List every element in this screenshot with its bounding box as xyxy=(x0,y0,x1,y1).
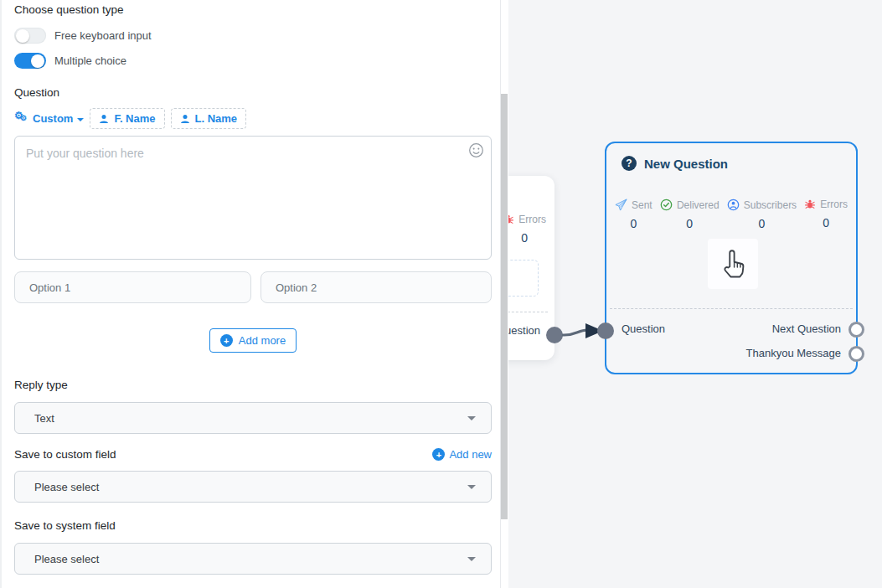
stat-value: 0 xyxy=(823,216,829,230)
flow-node-new-question[interactable]: ? New Question Sent 0 xyxy=(605,142,858,374)
add-more-button[interactable]: + Add more xyxy=(209,328,297,353)
toggle-row-multiple-choice: Multiple choice xyxy=(14,53,492,69)
paper-plane-icon xyxy=(615,199,627,211)
panel-scrollbar-thumb[interactable] xyxy=(501,94,508,519)
stat-label: Subscribers xyxy=(744,199,797,211)
sent-stat: Sent 0 xyxy=(615,199,652,230)
subscribers-stat: Subscribers 0 xyxy=(727,199,797,230)
stat-label: Errors xyxy=(820,199,848,210)
delivered-stat: Delivered 0 xyxy=(660,199,720,230)
person-icon xyxy=(180,114,190,124)
option-2-input[interactable] xyxy=(260,271,492,303)
stat-label: Sent xyxy=(632,199,652,211)
chevron-down-icon xyxy=(77,118,84,121)
add-more-row: + Add more xyxy=(14,328,492,353)
stat-value: 0 xyxy=(686,217,693,230)
plus-circle-icon: + xyxy=(220,334,233,347)
node-a-errors-stat: Errors 0 xyxy=(503,214,546,245)
save-custom-field-value: Please select xyxy=(34,481,467,493)
question-text-area-wrap xyxy=(14,136,492,263)
chip-label: F. Name xyxy=(114,112,155,125)
question-text-input[interactable] xyxy=(14,136,492,260)
flow-canvas[interactable]: Errors 0 Question ? New Question xyxy=(508,0,882,588)
stat-value: 0 xyxy=(759,217,766,230)
node-header: ? New Question xyxy=(622,156,728,171)
chip-label: L. Name xyxy=(195,112,238,125)
person-circle-icon xyxy=(727,199,740,211)
reply-type-heading: Reply type xyxy=(14,379,492,391)
question-mark-icon: ? xyxy=(622,156,637,171)
bug-icon xyxy=(804,199,816,210)
output-port-label-next-question: Next Question xyxy=(772,322,841,335)
check-circle-icon xyxy=(660,199,673,211)
custom-dropdown-label: Custom xyxy=(33,112,73,125)
save-system-field-value: Please select xyxy=(34,553,467,565)
output-port-next-question[interactable] xyxy=(848,322,864,338)
gears-icon: ⚙⚙ xyxy=(14,112,28,126)
input-port-label: Question xyxy=(622,322,665,335)
cursor-highlight xyxy=(708,239,758,289)
question-settings-panel: Choose question type Free keyboard input… xyxy=(0,0,501,588)
node-title: New Question xyxy=(644,157,728,171)
stat-label: Delivered xyxy=(677,199,720,211)
save-custom-field-row: Save to custom field + Add new xyxy=(14,448,492,461)
output-port-thankyou-message[interactable] xyxy=(848,346,864,362)
toggle-label: Multiple choice xyxy=(54,54,126,67)
chevron-down-icon xyxy=(467,416,476,420)
chevron-down-icon xyxy=(467,485,476,489)
hand-cursor-icon xyxy=(720,248,746,280)
divider xyxy=(610,308,853,309)
question-type-heading: Choose question type xyxy=(14,3,492,16)
question-heading: Question xyxy=(14,86,492,99)
panel-scrollbar-track xyxy=(501,0,508,588)
node-stats-row: Sent 0 Delivered 0 xyxy=(615,199,848,230)
reply-type-select[interactable]: Text xyxy=(14,402,492,434)
chip-last-name[interactable]: L. Name xyxy=(171,108,247,129)
option-1-input[interactable] xyxy=(14,271,251,303)
save-system-field-heading: Save to system field xyxy=(14,519,492,532)
toggle-label: Free keyboard input xyxy=(54,29,152,42)
chevron-down-icon xyxy=(467,557,476,561)
variable-chips-row: ⚙⚙ Custom F. Name L. Name xyxy=(14,107,492,130)
emoji-icon[interactable] xyxy=(468,142,484,158)
output-port-label-thankyou-message: Thankyou Message xyxy=(746,347,841,359)
save-custom-field-select[interactable]: Please select xyxy=(14,471,492,503)
custom-dropdown-button[interactable]: ⚙⚙ Custom xyxy=(14,112,84,126)
free-keyboard-toggle[interactable] xyxy=(14,28,46,44)
save-custom-field-heading: Save to custom field xyxy=(14,448,116,461)
stat-value: 0 xyxy=(630,217,637,230)
toggle-row-free-keyboard: Free keyboard input xyxy=(14,28,492,44)
multiple-choice-toggle[interactable] xyxy=(14,53,46,69)
add-new-link[interactable]: + Add new xyxy=(432,448,492,461)
options-row xyxy=(14,271,492,303)
add-new-label: Add new xyxy=(449,448,492,461)
plus-circle-icon: + xyxy=(432,448,445,461)
errors-stat: Errors 0 xyxy=(804,199,848,230)
add-more-label: Add more xyxy=(239,334,286,347)
save-system-field-select[interactable]: Please select xyxy=(14,543,492,575)
stat-label: Errors xyxy=(518,214,546,225)
reply-type-value: Text xyxy=(34,412,467,425)
person-icon xyxy=(99,114,109,124)
chip-first-name[interactable]: F. Name xyxy=(90,108,164,129)
stat-value: 0 xyxy=(521,231,528,245)
